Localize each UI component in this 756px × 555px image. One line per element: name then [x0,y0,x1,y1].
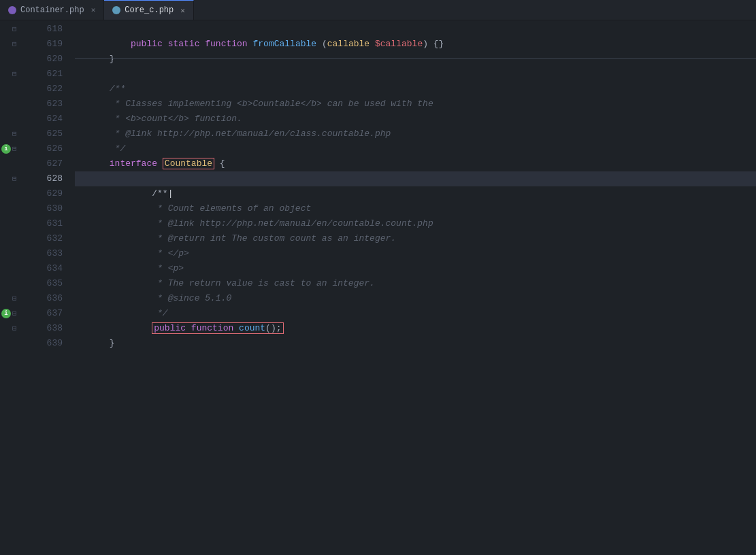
ln-628: ⊟ 628 [0,171,69,186]
tab-core-c[interactable]: Core_c.php ✕ [104,0,194,20]
line-numbers: ⊟ 618 ⊟ 619 620 ⊟ 621 622 623 624 ⊟ 625 … [0,20,75,555]
ln-633: 633 [0,246,69,261]
ln-619: ⊟ 619 [0,37,69,52]
code-line-639 [75,336,756,351]
tab-label-core-c: Core_c.php [125,5,174,15]
ln-625: ⊟ 625 [0,127,69,141]
tab-close-core-c[interactable]: ✕ [180,6,185,15]
ln-635: 635 [0,276,69,291]
ln-634: 634 [0,261,69,276]
ln-638: ⊟ 638 [0,321,69,336]
code-line-628: /**| [75,171,756,186]
ln-639: 639 [0,336,69,351]
code-line-618: public static function fromCallable (cal… [75,22,756,37]
editor: ⊟ 618 ⊟ 619 620 ⊟ 621 622 623 624 ⊟ 625 … [0,20,756,555]
ln-636: ⊟ 636 [0,291,69,306]
tab-bar: Container.php ✕ Core_c.php ✕ [0,0,756,20]
code-line-621: /** [75,67,756,82]
ln-627: 627 [0,156,69,171]
code-line-637: public function count(); [75,306,756,321]
ln-630: 630 [0,201,69,216]
tab-label-container: Container.php [20,5,84,15]
ln-631: 631 [0,216,69,231]
ln-624: 624 [0,112,69,127]
ln-626: i ⊟ 626 [0,141,69,156]
code-area[interactable]: public static function fromCallable (cal… [75,20,756,555]
tab-container[interactable]: Container.php ✕ [0,0,104,20]
tab-close-container[interactable]: ✕ [91,5,96,14]
tab-icon-container [8,6,16,14]
ln-621: ⊟ 621 [0,67,69,82]
ln-620: 620 [0,52,69,67]
ln-623: 623 [0,97,69,112]
ln-629: 629 [0,186,69,201]
ln-632: 632 [0,231,69,246]
code-line-622: * Classes implementing <b>Countable</b> … [75,82,756,97]
tab-icon-core-c [112,6,120,14]
code-line-626: interface Countable { [75,141,756,156]
ln-618: ⊟ 618 [0,22,69,37]
code-line-620 [75,52,756,67]
code-line-629: * Count elements of an object [75,186,756,201]
ln-622: 622 [0,82,69,97]
ln-637: i ⊟ 637 [0,306,69,321]
